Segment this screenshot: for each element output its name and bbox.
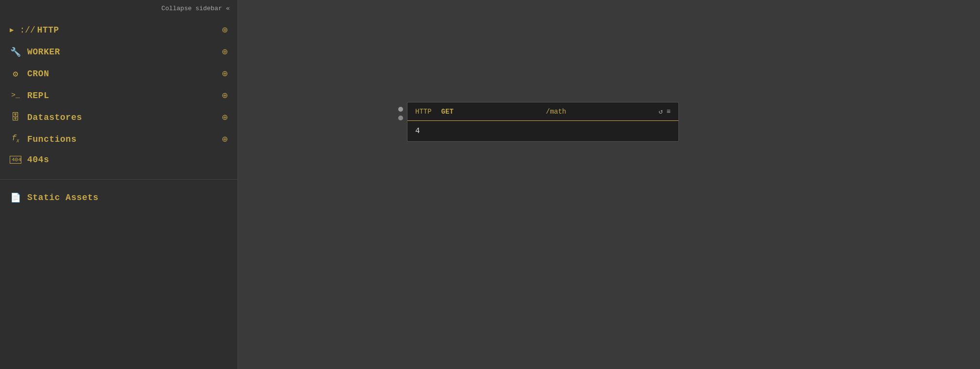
sidebar-item-label-cron: CRON bbox=[27, 69, 49, 79]
request-card: HTTP GET /math ↺ ≡ 4 bbox=[407, 102, 679, 142]
sidebar-item-static-assets[interactable]: 📄 Static Assets bbox=[0, 187, 237, 208]
sidebar-item-label-static-assets: Static Assets bbox=[27, 193, 99, 202]
sidebar-item-cron[interactable]: ⚙ CRON ⊕ bbox=[0, 63, 237, 84]
repl-icon: >_ bbox=[10, 91, 21, 100]
request-card-body: 4 bbox=[407, 121, 678, 141]
sidebar-item-label-404s: 404s bbox=[27, 155, 49, 165]
status-dot-bottom bbox=[398, 116, 403, 120]
sidebar-item-label-http: HTTP bbox=[37, 25, 59, 35]
sidebar: Collapse sidebar « ▶ :// HTTP ⊕ 🔧 WORKER… bbox=[0, 0, 238, 369]
sidebar-item-label-datastores: Datastores bbox=[27, 113, 82, 122]
request-status-dots bbox=[398, 102, 403, 120]
main-content: HTTP GET /math ↺ ≡ 4 bbox=[238, 0, 980, 369]
add-worker-button[interactable]: ⊕ bbox=[222, 46, 228, 58]
add-functions-button[interactable]: ⊕ bbox=[222, 133, 228, 145]
sidebar-item-functions[interactable]: fx Functions ⊕ bbox=[0, 128, 237, 150]
sidebar-header[interactable]: Collapse sidebar « bbox=[0, 0, 237, 17]
404-icon: 404 bbox=[10, 156, 21, 164]
collapse-label[interactable]: Collapse sidebar bbox=[161, 5, 222, 12]
get-method-badge: GET bbox=[441, 108, 454, 116]
menu-icon[interactable]: ≡ bbox=[667, 108, 671, 116]
sidebar-item-datastores[interactable]: 🗄 Datastores ⊕ bbox=[0, 106, 237, 128]
refresh-icon[interactable]: ↺ bbox=[659, 107, 662, 116]
sidebar-item-label-worker: WORKER bbox=[27, 47, 60, 57]
add-http-button[interactable]: ⊕ bbox=[222, 24, 228, 36]
sidebar-divider bbox=[0, 179, 237, 180]
expand-arrow-icon: ▶ bbox=[10, 26, 14, 34]
collapse-icon[interactable]: « bbox=[226, 5, 230, 12]
worker-icon: 🔧 bbox=[10, 47, 21, 57]
add-repl-button[interactable]: ⊕ bbox=[222, 89, 228, 101]
add-datastores-button[interactable]: ⊕ bbox=[222, 111, 228, 123]
request-card-wrapper: HTTP GET /math ↺ ≡ 4 bbox=[398, 102, 679, 142]
sidebar-item-label-repl: REPL bbox=[27, 91, 49, 101]
http-icon: :// bbox=[19, 25, 31, 35]
cron-icon: ⚙ bbox=[10, 68, 21, 79]
sidebar-item-worker[interactable]: 🔧 WORKER ⊕ bbox=[0, 41, 237, 63]
response-value: 4 bbox=[415, 127, 420, 135]
sidebar-item-http[interactable]: ▶ :// HTTP ⊕ bbox=[0, 19, 237, 41]
functions-icon: fx bbox=[10, 134, 21, 144]
request-card-header: HTTP GET /math ↺ ≡ bbox=[407, 102, 678, 121]
sidebar-item-404s[interactable]: 404 404s bbox=[0, 150, 237, 169]
http-method-label: HTTP bbox=[415, 108, 432, 116]
request-card-actions: ↺ ≡ bbox=[659, 107, 671, 116]
sidebar-item-label-functions: Functions bbox=[27, 134, 77, 144]
sidebar-item-repl[interactable]: >_ REPL ⊕ bbox=[0, 84, 237, 106]
add-cron-button[interactable]: ⊕ bbox=[222, 67, 228, 80]
sidebar-nav: ▶ :// HTTP ⊕ 🔧 WORKER ⊕ ⚙ CRON ⊕ >_ bbox=[0, 17, 237, 171]
request-path: /math bbox=[459, 108, 653, 116]
datastores-icon: 🗄 bbox=[10, 112, 21, 122]
status-dot-top bbox=[398, 107, 403, 112]
static-assets-icon: 📄 bbox=[10, 192, 21, 203]
